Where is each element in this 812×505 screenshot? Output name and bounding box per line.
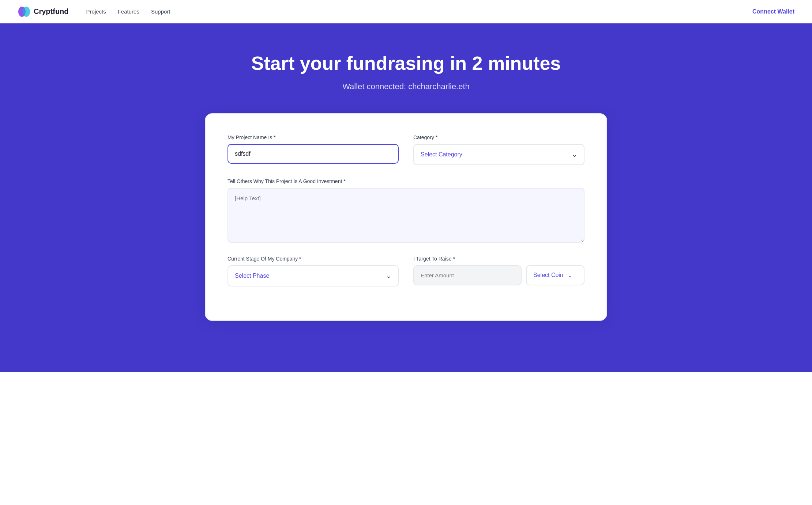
amount-input[interactable] xyxy=(413,265,522,285)
project-name-group: My Project Name Is * xyxy=(228,134,399,165)
nav-links: Projects Features Support xyxy=(86,8,752,15)
nav-link-support[interactable]: Support xyxy=(151,8,170,15)
category-label: Category * xyxy=(413,134,584,140)
stage-group: Current Stage Of My Company * Select Pha… xyxy=(228,256,399,286)
logo-text: Cryptfund xyxy=(34,7,69,16)
raise-group: I Target To Raise * Select Coin ⌄ xyxy=(413,256,584,286)
raise-inputs: Select Coin ⌄ xyxy=(413,265,584,285)
category-select[interactable]: Select Category ⌄ xyxy=(413,144,584,165)
project-name-label: My Project Name Is * xyxy=(228,134,399,140)
coin-chevron-icon: ⌄ xyxy=(568,272,572,279)
coin-placeholder: Select Coin xyxy=(533,272,563,278)
navbar: Cryptfund Projects Features Support Conn… xyxy=(0,0,812,23)
form-card: My Project Name Is * Category * Select C… xyxy=(205,113,607,321)
category-placeholder: Select Category xyxy=(421,151,462,158)
form-row-1: My Project Name Is * Category * Select C… xyxy=(228,134,584,165)
stage-select[interactable]: Select Phase ⌄ xyxy=(228,265,399,286)
nav-link-projects[interactable]: Projects xyxy=(86,8,106,15)
description-textarea[interactable] xyxy=(228,188,584,243)
category-chevron-icon: ⌄ xyxy=(572,151,577,159)
hero-subtitle: Wallet connected: chcharcharlie.eth xyxy=(18,82,794,91)
svg-point-1 xyxy=(23,7,30,17)
form-row-3: Current Stage Of My Company * Select Pha… xyxy=(228,256,584,286)
stage-placeholder: Select Phase xyxy=(235,273,269,279)
logo-icon xyxy=(18,5,31,18)
stage-chevron-icon: ⌄ xyxy=(386,272,391,280)
project-name-input[interactable] xyxy=(228,144,399,164)
nav-link-features[interactable]: Features xyxy=(118,8,139,15)
hero-title: Start your fundrasing in 2 minutes xyxy=(18,53,794,75)
category-group: Category * Select Category ⌄ xyxy=(413,134,584,165)
description-label: Tell Others Why This Project Is A Good I… xyxy=(228,178,584,184)
stage-label: Current Stage Of My Company * xyxy=(228,256,399,262)
logo-area[interactable]: Cryptfund xyxy=(18,5,69,18)
raise-label: I Target To Raise * xyxy=(413,256,584,262)
connect-wallet-button[interactable]: Connect Wallet xyxy=(752,8,794,15)
description-group: Tell Others Why This Project Is A Good I… xyxy=(228,178,584,243)
coin-select[interactable]: Select Coin ⌄ xyxy=(526,265,584,285)
